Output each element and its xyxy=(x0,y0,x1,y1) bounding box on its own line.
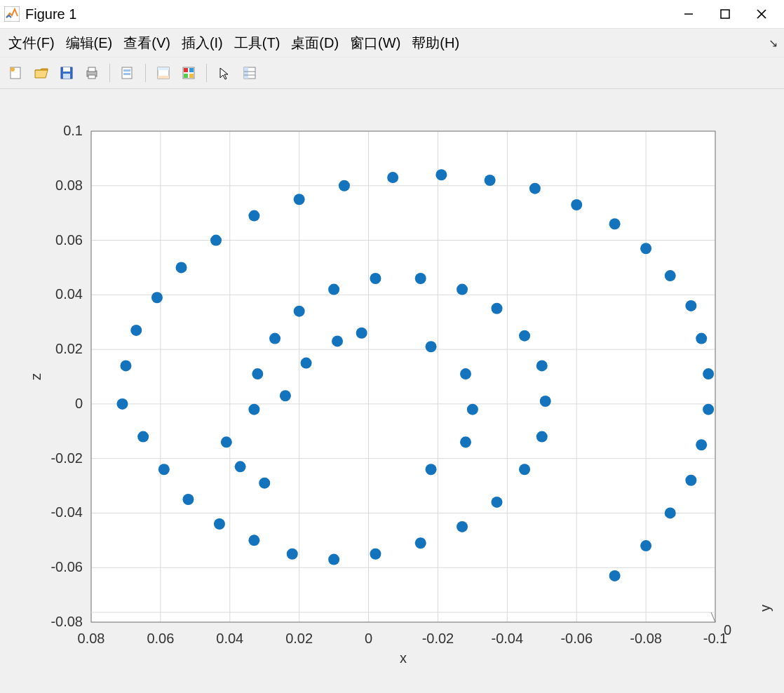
data-point xyxy=(685,475,696,486)
menu-file[interactable]: 文件(F) xyxy=(4,32,59,54)
data-point xyxy=(426,341,437,352)
x-tick-label: 0 xyxy=(365,631,372,646)
data-point xyxy=(703,404,714,415)
data-point xyxy=(248,210,259,222)
x-tick-label: -0.02 xyxy=(422,631,454,646)
x-tick-label: 0.04 xyxy=(216,631,243,646)
menu-view[interactable]: 查看(V) xyxy=(119,32,175,54)
data-point xyxy=(696,333,707,344)
svg-rect-9 xyxy=(63,74,70,79)
svg-rect-2 xyxy=(721,10,729,18)
x-tick-label: -0.04 xyxy=(492,631,524,646)
menu-bar: 文件(F) 编辑(E) 查看(V) 插入(I) 工具(T) 桌面(D) 窗口(W… xyxy=(0,28,784,57)
svg-rect-21 xyxy=(189,68,194,72)
property-inspector-icon[interactable] xyxy=(238,62,262,84)
new-figure-icon[interactable] xyxy=(4,62,28,84)
print-icon[interactable] xyxy=(80,62,104,84)
data-point xyxy=(460,368,471,379)
data-point xyxy=(158,464,170,475)
y-tick-label: -0.06 xyxy=(50,559,83,574)
data-point xyxy=(248,534,259,546)
svg-rect-20 xyxy=(184,68,188,72)
data-point xyxy=(492,303,503,314)
data-point xyxy=(287,549,298,560)
y-tick-label: -0.02 xyxy=(50,450,83,466)
svg-rect-22 xyxy=(184,74,188,78)
colorbar-icon[interactable] xyxy=(177,62,201,84)
data-point xyxy=(280,390,291,401)
svg-rect-12 xyxy=(88,75,95,79)
menu-edit[interactable]: 编辑(E) xyxy=(62,32,117,54)
data-point xyxy=(435,169,447,180)
z-axis-label: z xyxy=(28,373,43,380)
axes-area[interactable]: 0.080.060.040.020-0.02-0.04-0.06-0.08-0.… xyxy=(0,89,784,693)
data-point xyxy=(328,554,339,565)
y-tick-label: 0.1 xyxy=(63,123,83,138)
data-point xyxy=(370,549,381,560)
data-point xyxy=(536,431,548,443)
toolbar-separator xyxy=(109,64,110,82)
data-point xyxy=(214,518,225,530)
menu-window[interactable]: 窗口(W) xyxy=(346,32,405,54)
data-point xyxy=(332,335,343,346)
data-point xyxy=(151,292,163,303)
y-axis-label: y xyxy=(757,605,773,612)
svg-rect-23 xyxy=(189,74,194,78)
data-point xyxy=(640,540,651,551)
data-point xyxy=(269,333,281,344)
toolbar-separator xyxy=(206,64,207,82)
data-point xyxy=(120,360,131,371)
y-tick-label: -0.04 xyxy=(50,504,83,520)
data-point xyxy=(294,194,305,205)
data-point xyxy=(665,507,676,518)
toolbar-separator xyxy=(145,64,146,82)
scatter-chart: 0.080.060.040.020-0.02-0.04-0.06-0.08-0.… xyxy=(0,89,784,693)
data-point xyxy=(457,284,468,295)
data-point xyxy=(519,464,530,475)
data-point xyxy=(235,461,246,472)
data-point xyxy=(426,464,437,475)
matlab-icon xyxy=(4,6,20,22)
data-point xyxy=(640,243,651,254)
data-point xyxy=(339,180,350,191)
data-point xyxy=(467,404,478,415)
svg-rect-18 xyxy=(158,76,169,79)
data-point xyxy=(529,183,541,194)
data-point xyxy=(536,360,548,371)
menu-help[interactable]: 帮助(H) xyxy=(407,32,464,54)
x-axis-label: x xyxy=(400,650,407,666)
menu-tools[interactable]: 工具(T) xyxy=(230,32,285,54)
data-point xyxy=(685,300,696,311)
minimize-button[interactable] xyxy=(670,1,707,27)
data-point xyxy=(609,218,621,229)
print-preview-icon[interactable] xyxy=(116,62,140,84)
data-point xyxy=(457,521,468,532)
data-point xyxy=(356,328,367,339)
data-point xyxy=(519,330,530,342)
data-point xyxy=(182,494,194,505)
figure-window: Figure 1 文件(F) 编辑(E) 查看(V) 插入(I) 工具(T) 桌… xyxy=(0,0,784,693)
expand-toolbar-icon[interactable]: ↘ xyxy=(766,36,780,50)
data-point xyxy=(370,273,381,284)
y-tick-label: -0.08 xyxy=(50,614,83,629)
pointer-icon[interactable] xyxy=(212,62,236,84)
close-button[interactable] xyxy=(743,1,780,27)
data-point xyxy=(485,175,496,186)
data-point xyxy=(176,262,187,273)
svg-rect-15 xyxy=(123,73,130,75)
menu-desktop[interactable]: 桌面(D) xyxy=(287,32,343,54)
x-tick-label: -0.06 xyxy=(560,631,593,646)
x-tick-label: 0.02 xyxy=(285,631,313,646)
save-icon[interactable] xyxy=(55,62,79,84)
svg-rect-28 xyxy=(91,131,715,622)
data-point xyxy=(609,570,621,581)
x-tick-label: -0.08 xyxy=(630,631,662,646)
open-icon[interactable] xyxy=(29,62,53,84)
data-point xyxy=(703,368,714,379)
menu-insert[interactable]: 插入(I) xyxy=(177,32,227,54)
x-tick-label: 0.08 xyxy=(78,631,105,646)
maximize-button[interactable] xyxy=(707,1,743,27)
data-point xyxy=(301,358,312,369)
svg-rect-8 xyxy=(63,67,70,72)
link-axes-icon[interactable] xyxy=(151,62,175,84)
